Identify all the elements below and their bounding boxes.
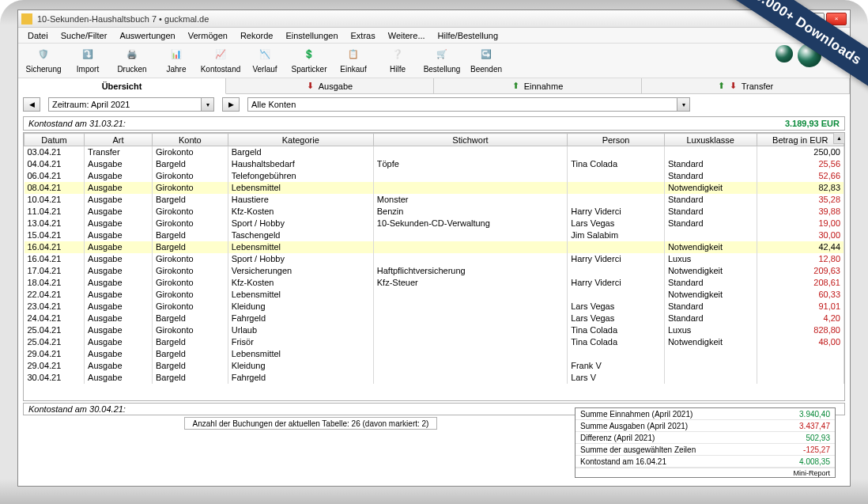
- menu-extras[interactable]: Extras: [345, 29, 382, 42]
- titlebar: 10-Sekunden-Haushaltsbuch 7 • guckmal.de…: [18, 10, 850, 28]
- piggy-icon: 💲: [300, 49, 318, 63]
- scroll-up-button[interactable]: ▲: [833, 133, 844, 144]
- table-row[interactable]: 24.04.21AusgabeBargeldFahrgeldLars Vegas…: [25, 313, 844, 324]
- period-next-button[interactable]: ▶: [222, 97, 240, 112]
- tab-uebersicht[interactable]: Übersicht: [18, 78, 226, 94]
- table-row[interactable]: 06.04.21AusgabeGirokontoTelefongebührenS…: [25, 170, 844, 182]
- list-icon: 📋: [345, 49, 362, 63]
- tb-hilfe[interactable]: ❔Hilfe: [376, 47, 420, 76]
- col-konto[interactable]: Konto: [152, 134, 228, 146]
- tb-sicherung[interactable]: 🛡️Sicherung: [21, 47, 66, 76]
- opening-balance-bar: Kontostand am 31.03.21: 3.189,93 EUR: [23, 116, 845, 131]
- tb-sparticker[interactable]: 💲Sparticker: [287, 47, 331, 76]
- table-row[interactable]: 15.04.21AusgabeBargeldTaschengeldJim Sal…: [25, 229, 844, 241]
- mr-kontostand-label: Kontostand am 16.04.21: [580, 457, 666, 466]
- cart-icon: 🛒: [433, 49, 451, 63]
- chevron-down-icon: ▾: [201, 98, 213, 111]
- opening-balance-value: 3.189,93 EUR: [785, 119, 840, 128]
- col-stichwort[interactable]: Stichwort: [373, 134, 567, 146]
- tb-drucken[interactable]: 🖨️Drucken: [110, 47, 154, 76]
- mini-report-panel: Summe Einnahmen (April 2021)3.940,40 Sum…: [575, 407, 836, 478]
- table-row[interactable]: 29.04.21AusgabeBargeldKleidungFrank V: [25, 360, 844, 372]
- table-row[interactable]: 22.04.21AusgabeGirokontoLebensmittelNotw…: [25, 289, 844, 301]
- menu-einstellungen[interactable]: Einstellungen: [279, 29, 344, 42]
- tb-einkauf[interactable]: 📋Einkauf: [331, 47, 376, 76]
- col-kategorie[interactable]: Kategorie: [228, 134, 373, 146]
- app-icon: [21, 13, 32, 25]
- mr-selected-label: Summe der ausgewählten Zeilen: [580, 445, 696, 454]
- account-combo[interactable]: Alle Konten ▾: [247, 97, 690, 112]
- table-row[interactable]: 30.04.21AusgabeBargeldFahrgeldLars V: [25, 372, 844, 384]
- app-window: 10-Sekunden-Haushaltsbuch 7 • guckmal.de…: [17, 9, 851, 487]
- transactions-grid: ▲ Datum Art Konto Kategorie Stichwort Pe…: [23, 132, 845, 401]
- mr-ausgaben-value: 3.437,47: [799, 422, 830, 430]
- period-combo-value: Zeitraum: April 2021: [52, 100, 130, 109]
- table-row[interactable]: 10.04.21AusgabeBargeldHaustiereMonsterSt…: [25, 194, 844, 206]
- table-row[interactable]: 23.04.21AusgabeGirokontoKleidungLars Veg…: [25, 301, 844, 313]
- line-chart-icon: 📈: [212, 49, 229, 63]
- table-row[interactable]: 18.04.21AusgabeGirokontoKfz-KostenKfz-St…: [25, 277, 844, 289]
- row-count-bar: Anzahl der Buchungen der aktuellen Tabel…: [184, 417, 437, 430]
- tab-transfer[interactable]: ⬆⬇Transfer: [642, 78, 850, 93]
- filterbar: ◀ Zeitraum: April 2021 ▾ ▶ Alle Konten ▾: [18, 94, 850, 115]
- tb-beenden[interactable]: ↪️Beenden: [464, 47, 508, 76]
- mr-einnahmen-label: Summe Einnahmen (April 2021): [580, 410, 693, 419]
- question-icon: ❔: [389, 49, 406, 63]
- import-icon: ⤵️: [79, 49, 96, 63]
- window-title: 10-Sekunden-Haushaltsbuch 7 • guckmal.de: [37, 14, 782, 24]
- table-row[interactable]: 03.04.21TransferGirokontoBargeld250,00: [25, 146, 844, 159]
- tb-verlauf[interactable]: 📉Verlauf: [243, 47, 287, 76]
- menu-weitere[interactable]: Weitere...: [382, 29, 432, 42]
- arrow-up-icon: ⬆: [512, 81, 519, 91]
- menu-auswertungen[interactable]: Auswertungen: [113, 29, 181, 42]
- menu-rekorde[interactable]: Rekorde: [234, 29, 280, 42]
- col-betrag[interactable]: Betrag in EUR: [757, 134, 844, 146]
- arrow-up-icon: ⬆: [718, 81, 725, 91]
- tb-kontostand[interactable]: 📈Kontostand: [198, 47, 243, 76]
- table-row[interactable]: 17.04.21AusgabeGirokontoVersicherungenHa…: [25, 265, 844, 277]
- chevron-down-icon: ▾: [677, 98, 689, 111]
- mr-einnahmen-value: 3.940,40: [799, 410, 830, 419]
- col-art[interactable]: Art: [85, 134, 153, 146]
- mr-ausgaben-label: Summe Ausgaben (April 2021): [580, 422, 688, 430]
- tabbar: Übersicht ⬇Ausgabe ⬆Einnahme ⬆⬇Transfer: [18, 78, 850, 94]
- toolbar: 🛡️Sicherung ⤵️Import 🖨️Drucken 📊Jahre 📈K…: [18, 44, 850, 78]
- table-row[interactable]: 25.04.21AusgabeBargeldFrisörTina ColadaN…: [25, 336, 844, 348]
- menu-suche-filter[interactable]: Suche/Filter: [55, 29, 114, 42]
- arrow-down-icon: ⬇: [730, 81, 737, 91]
- table-row[interactable]: 11.04.21AusgabeGirokontoKfz-KostenBenzin…: [25, 206, 844, 218]
- tb-bestellung[interactable]: 🛒Bestellung: [420, 47, 464, 76]
- laptop-frame: 10-Sekunden-Haushaltsbuch 7 • guckmal.de…: [0, 0, 868, 504]
- printer-icon: 🖨️: [123, 49, 141, 63]
- table-row[interactable]: 13.04.21AusgabeGirokontoSport / Hobby10-…: [25, 218, 844, 229]
- decor-dot-icon: [776, 45, 793, 63]
- col-luxusklasse[interactable]: Luxusklasse: [664, 134, 757, 146]
- table-row[interactable]: 29.04.21AusgabeBargeldLebensmittel: [25, 348, 844, 360]
- mr-differenz-value: 502,93: [806, 434, 830, 442]
- table-row[interactable]: 04.04.21AusgabeBargeldHaushaltsbedarfTöp…: [25, 158, 844, 170]
- period-combo[interactable]: Zeitraum: April 2021 ▾: [48, 97, 214, 112]
- bar-chart-icon: 📊: [168, 49, 185, 63]
- col-person[interactable]: Person: [568, 134, 665, 146]
- tb-import[interactable]: ⤵️Import: [66, 47, 110, 76]
- menubar: Datei Suche/Filter Auswertungen Vermögen…: [18, 28, 850, 44]
- account-combo-value: Alle Konten: [251, 100, 296, 109]
- shield-icon: 🛡️: [35, 49, 52, 63]
- period-prev-button[interactable]: ◀: [23, 97, 40, 112]
- row-count-text: Anzahl der Buchungen der aktuellen Tabel…: [193, 419, 429, 428]
- table-row[interactable]: 08.04.21AusgabeGirokontoLebensmittelNotw…: [25, 182, 844, 194]
- mr-kontostand-value: 4.008,35: [799, 457, 830, 466]
- tb-jahre[interactable]: 📊Jahre: [154, 47, 198, 76]
- tab-ausgabe[interactable]: ⬇Ausgabe: [226, 78, 434, 93]
- col-datum[interactable]: Datum: [25, 134, 85, 146]
- table-row[interactable]: 16.04.21AusgabeBargeldLebensmittelNotwen…: [25, 241, 844, 253]
- mr-selected-value: -125,27: [803, 445, 830, 454]
- menu-hilfe[interactable]: Hilfe/Bestellung: [432, 29, 504, 42]
- tab-einnahme[interactable]: ⬆Einnahme: [434, 78, 642, 93]
- table-row[interactable]: 25.04.21AusgabeGirokontoUrlaubTina Colad…: [25, 324, 844, 336]
- menu-datei[interactable]: Datei: [21, 29, 55, 42]
- opening-balance-label: Kontostand am 31.03.21:: [28, 119, 126, 128]
- table-row[interactable]: 16.04.21AusgabeGirokontoSport / HobbyHar…: [25, 253, 844, 265]
- menu-vermoegen[interactable]: Vermögen: [182, 29, 234, 42]
- transactions-table: Datum Art Konto Kategorie Stichwort Pers…: [24, 133, 844, 384]
